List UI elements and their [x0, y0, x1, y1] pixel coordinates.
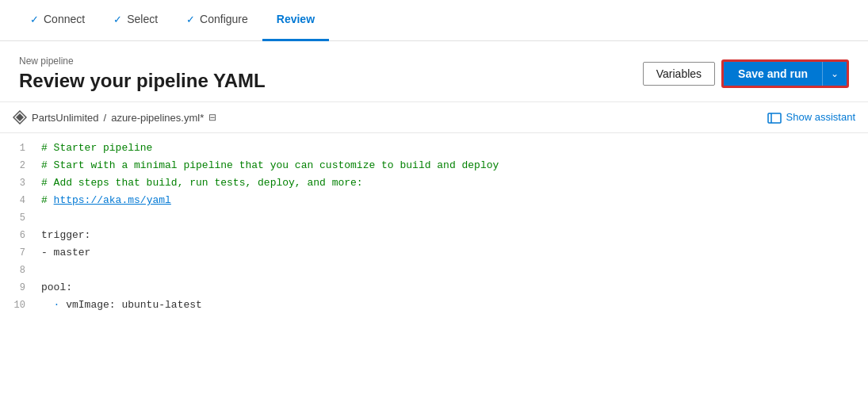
tab-review-label: Review — [277, 13, 315, 25]
check-icon-select: ✓ — [113, 13, 122, 25]
tab-connect[interactable]: ✓ Connect — [16, 0, 99, 41]
show-assistant-button[interactable]: Show assistant — [767, 111, 855, 124]
top-nav: ✓ Connect ✓ Select ✓ Configure Review — [0, 0, 868, 41]
page-header: New pipeline Review your pipeline YAML V… — [0, 41, 868, 102]
code-line-5: 5 — [0, 209, 868, 227]
save-run-chevron-button[interactable]: ⌄ — [822, 62, 847, 86]
code-line-7: 7 - master — [0, 244, 868, 262]
path-separator: / — [104, 112, 107, 124]
edit-icon[interactable]: ⊟ — [208, 112, 216, 123]
show-assistant-label: Show assistant — [786, 111, 855, 123]
code-line-3: 3 # Add steps that build, run tests, dep… — [0, 174, 868, 192]
code-line-6: 6 trigger: — [0, 227, 868, 244]
code-editor: 1 # Starter pipeline 2 # Start with a mi… — [0, 133, 868, 320]
svg-rect-2 — [768, 113, 781, 123]
code-path: PartsUnlimited / azure-pipelines.yml* ⊟ — [13, 110, 216, 124]
yaml-link[interactable]: https://aka.ms/yaml — [54, 194, 171, 206]
save-run-group: Save and run ⌄ — [721, 59, 849, 88]
repo-icon — [13, 110, 27, 124]
header-left: New pipeline Review your pipeline YAML — [19, 56, 266, 92]
save-and-run-button[interactable]: Save and run — [724, 62, 822, 86]
filename: azure-pipelines.yml* — [111, 112, 204, 124]
code-area-header: PartsUnlimited / azure-pipelines.yml* ⊟ … — [0, 102, 868, 133]
variables-button[interactable]: Variables — [643, 62, 715, 86]
page-title: Review your pipeline YAML — [19, 70, 266, 92]
tab-select-label: Select — [127, 13, 158, 25]
tab-review[interactable]: Review — [262, 0, 329, 41]
header-right: Variables Save and run ⌄ — [643, 59, 849, 88]
repo-name: PartsUnlimited — [32, 112, 99, 124]
tab-connect-label: Connect — [44, 13, 85, 25]
tab-configure[interactable]: ✓ Configure — [172, 0, 262, 41]
tab-select[interactable]: ✓ Select — [99, 0, 172, 41]
code-line-1: 1 # Starter pipeline — [0, 140, 868, 157]
code-line-10: 10 · vmImage: ubuntu-latest — [0, 297, 868, 314]
check-icon-configure: ✓ — [186, 13, 195, 25]
code-line-2: 2 # Start with a minimal pipeline that y… — [0, 157, 868, 174]
assistant-icon — [767, 111, 782, 124]
page-subtitle: New pipeline — [19, 56, 266, 67]
code-line-8: 8 — [0, 262, 868, 279]
code-line-9: 9 pool: — [0, 279, 868, 297]
tab-configure-label: Configure — [200, 13, 248, 25]
code-line-4: 4 # https://aka.ms/yaml — [0, 192, 868, 209]
check-icon-connect: ✓ — [30, 13, 39, 25]
